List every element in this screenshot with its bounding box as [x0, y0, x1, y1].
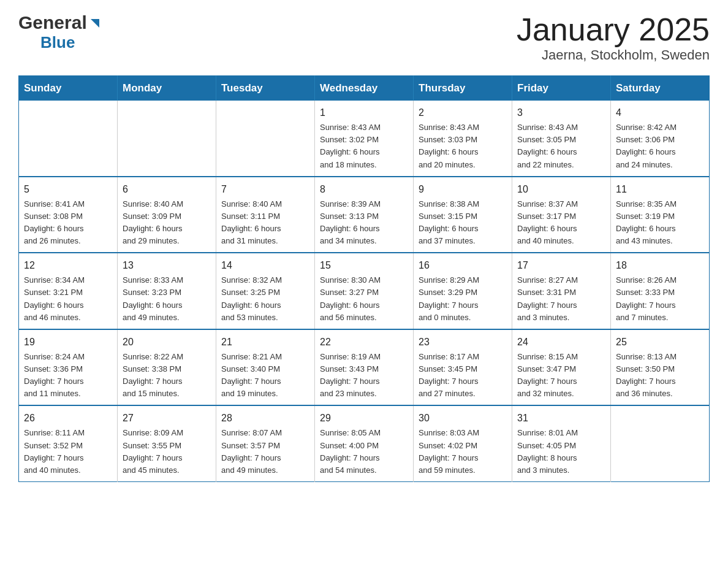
calendar-cell: 9Sunrise: 8:38 AM Sunset: 3:15 PM Daylig… — [414, 177, 512, 253]
day-number: 28 — [221, 411, 309, 426]
col-tuesday: Tuesday — [216, 76, 315, 101]
day-number: 14 — [221, 258, 309, 273]
day-info: Sunrise: 8:07 AM Sunset: 3:57 PM Dayligh… — [221, 427, 309, 477]
calendar-cell: 3Sunrise: 8:43 AM Sunset: 3:05 PM Daylig… — [512, 101, 611, 177]
day-number: 24 — [517, 335, 605, 350]
logo-triangle-icon — [88, 17, 102, 30]
calendar-cell — [118, 101, 216, 177]
day-number: 17 — [517, 258, 605, 273]
calendar-subtitle: Jaerna, Stockholm, Sweden — [517, 47, 710, 63]
day-info: Sunrise: 8:38 AM Sunset: 3:15 PM Dayligh… — [419, 198, 507, 248]
calendar-week-3: 12Sunrise: 8:34 AM Sunset: 3:21 PM Dayli… — [19, 253, 710, 329]
calendar-cell: 14Sunrise: 8:32 AM Sunset: 3:25 PM Dayli… — [216, 253, 315, 329]
day-info: Sunrise: 8:29 AM Sunset: 3:29 PM Dayligh… — [419, 274, 507, 324]
calendar-cell: 19Sunrise: 8:24 AM Sunset: 3:36 PM Dayli… — [19, 329, 118, 406]
day-info: Sunrise: 8:35 AM Sunset: 3:19 PM Dayligh… — [616, 198, 704, 248]
calendar-cell: 17Sunrise: 8:27 AM Sunset: 3:31 PM Dayli… — [512, 253, 611, 329]
page-header: General Blue January 2025 Jaerna, Stockh… — [18, 12, 710, 63]
day-info: Sunrise: 8:30 AM Sunset: 3:27 PM Dayligh… — [320, 274, 408, 324]
calendar-cell — [216, 101, 315, 177]
calendar-cell: 16Sunrise: 8:29 AM Sunset: 3:29 PM Dayli… — [414, 253, 512, 329]
calendar-table: Sunday Monday Tuesday Wednesday Thursday… — [18, 75, 710, 482]
calendar-cell: 31Sunrise: 8:01 AM Sunset: 4:05 PM Dayli… — [512, 405, 611, 481]
day-number: 27 — [123, 411, 211, 426]
calendar-cell: 23Sunrise: 8:17 AM Sunset: 3:45 PM Dayli… — [414, 329, 512, 406]
day-info: Sunrise: 8:03 AM Sunset: 4:02 PM Dayligh… — [419, 427, 507, 477]
day-info: Sunrise: 8:05 AM Sunset: 4:00 PM Dayligh… — [320, 427, 408, 477]
day-number: 30 — [419, 411, 507, 426]
day-number: 8 — [320, 182, 408, 197]
day-info: Sunrise: 8:11 AM Sunset: 3:52 PM Dayligh… — [24, 427, 112, 477]
day-info: Sunrise: 8:43 AM Sunset: 3:02 PM Dayligh… — [320, 121, 408, 171]
day-info: Sunrise: 8:39 AM Sunset: 3:13 PM Dayligh… — [320, 198, 408, 248]
day-number: 31 — [517, 411, 605, 426]
logo: General Blue — [18, 12, 102, 52]
calendar-cell: 11Sunrise: 8:35 AM Sunset: 3:19 PM Dayli… — [611, 177, 710, 253]
calendar-cell: 20Sunrise: 8:22 AM Sunset: 3:38 PM Dayli… — [118, 329, 216, 406]
day-info: Sunrise: 8:26 AM Sunset: 3:33 PM Dayligh… — [616, 274, 704, 324]
day-info: Sunrise: 8:40 AM Sunset: 3:11 PM Dayligh… — [221, 198, 309, 248]
logo-blue-text: Blue — [40, 33, 75, 52]
col-thursday: Thursday — [414, 76, 512, 101]
day-number: 2 — [419, 105, 507, 120]
day-number: 19 — [24, 335, 112, 350]
day-number: 25 — [616, 335, 704, 350]
day-info: Sunrise: 8:43 AM Sunset: 3:03 PM Dayligh… — [419, 121, 507, 171]
day-number: 7 — [221, 182, 309, 197]
svg-marker-0 — [91, 19, 99, 28]
day-info: Sunrise: 8:09 AM Sunset: 3:55 PM Dayligh… — [123, 427, 211, 477]
calendar-week-5: 26Sunrise: 8:11 AM Sunset: 3:52 PM Dayli… — [19, 405, 710, 481]
calendar-cell: 15Sunrise: 8:30 AM Sunset: 3:27 PM Dayli… — [315, 253, 414, 329]
day-number: 11 — [616, 182, 704, 197]
day-info: Sunrise: 8:19 AM Sunset: 3:43 PM Dayligh… — [320, 351, 408, 400]
col-friday: Friday — [512, 76, 611, 101]
day-number: 18 — [616, 258, 704, 273]
calendar-cell: 28Sunrise: 8:07 AM Sunset: 3:57 PM Dayli… — [216, 405, 315, 481]
col-monday: Monday — [118, 76, 216, 101]
day-info: Sunrise: 8:13 AM Sunset: 3:50 PM Dayligh… — [616, 351, 704, 400]
calendar-cell: 5Sunrise: 8:41 AM Sunset: 3:08 PM Daylig… — [19, 177, 118, 253]
day-info: Sunrise: 8:21 AM Sunset: 3:40 PM Dayligh… — [221, 351, 309, 400]
title-block: January 2025 Jaerna, Stockholm, Sweden — [517, 12, 710, 63]
day-number: 6 — [123, 182, 211, 197]
day-info: Sunrise: 8:37 AM Sunset: 3:17 PM Dayligh… — [517, 198, 605, 248]
day-number: 21 — [221, 335, 309, 350]
day-number: 10 — [517, 182, 605, 197]
day-info: Sunrise: 8:17 AM Sunset: 3:45 PM Dayligh… — [419, 351, 507, 400]
calendar-week-2: 5Sunrise: 8:41 AM Sunset: 3:08 PM Daylig… — [19, 177, 710, 253]
calendar-cell: 4Sunrise: 8:42 AM Sunset: 3:06 PM Daylig… — [611, 101, 710, 177]
col-saturday: Saturday — [611, 76, 710, 101]
calendar-week-1: 1Sunrise: 8:43 AM Sunset: 3:02 PM Daylig… — [19, 101, 710, 177]
day-number: 23 — [419, 335, 507, 350]
calendar-cell: 12Sunrise: 8:34 AM Sunset: 3:21 PM Dayli… — [19, 253, 118, 329]
day-number: 16 — [419, 258, 507, 273]
calendar-cell: 2Sunrise: 8:43 AM Sunset: 3:03 PM Daylig… — [414, 101, 512, 177]
day-info: Sunrise: 8:24 AM Sunset: 3:36 PM Dayligh… — [24, 351, 112, 400]
calendar-cell: 22Sunrise: 8:19 AM Sunset: 3:43 PM Dayli… — [315, 329, 414, 406]
calendar-cell: 26Sunrise: 8:11 AM Sunset: 3:52 PM Dayli… — [19, 405, 118, 481]
calendar-cell: 1Sunrise: 8:43 AM Sunset: 3:02 PM Daylig… — [315, 101, 414, 177]
day-number: 29 — [320, 411, 408, 426]
calendar-cell: 29Sunrise: 8:05 AM Sunset: 4:00 PM Dayli… — [315, 405, 414, 481]
calendar-cell — [19, 101, 118, 177]
day-info: Sunrise: 8:41 AM Sunset: 3:08 PM Dayligh… — [24, 198, 112, 248]
col-sunday: Sunday — [19, 76, 118, 101]
day-number: 22 — [320, 335, 408, 350]
day-number: 26 — [24, 411, 112, 426]
logo-general-text: General — [18, 12, 87, 33]
day-info: Sunrise: 8:22 AM Sunset: 3:38 PM Dayligh… — [123, 351, 211, 400]
calendar-cell: 27Sunrise: 8:09 AM Sunset: 3:55 PM Dayli… — [118, 405, 216, 481]
day-info: Sunrise: 8:43 AM Sunset: 3:05 PM Dayligh… — [517, 121, 605, 171]
day-info: Sunrise: 8:33 AM Sunset: 3:23 PM Dayligh… — [123, 274, 211, 324]
day-info: Sunrise: 8:42 AM Sunset: 3:06 PM Dayligh… — [616, 121, 704, 171]
day-info: Sunrise: 8:01 AM Sunset: 4:05 PM Dayligh… — [517, 427, 605, 477]
calendar-cell: 30Sunrise: 8:03 AM Sunset: 4:02 PM Dayli… — [414, 405, 512, 481]
day-number: 15 — [320, 258, 408, 273]
day-info: Sunrise: 8:40 AM Sunset: 3:09 PM Dayligh… — [123, 198, 211, 248]
day-info: Sunrise: 8:34 AM Sunset: 3:21 PM Dayligh… — [24, 274, 112, 324]
calendar-cell: 18Sunrise: 8:26 AM Sunset: 3:33 PM Dayli… — [611, 253, 710, 329]
calendar-cell: 10Sunrise: 8:37 AM Sunset: 3:17 PM Dayli… — [512, 177, 611, 253]
col-wednesday: Wednesday — [315, 76, 414, 101]
day-number: 12 — [24, 258, 112, 273]
day-info: Sunrise: 8:32 AM Sunset: 3:25 PM Dayligh… — [221, 274, 309, 324]
